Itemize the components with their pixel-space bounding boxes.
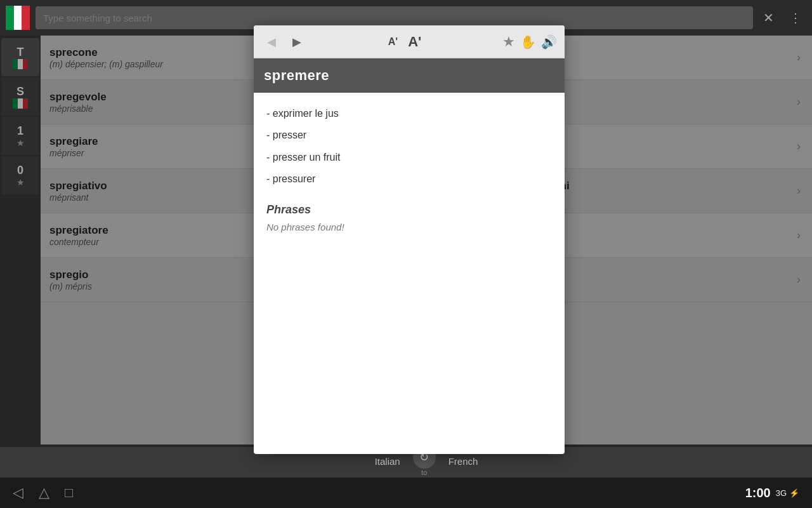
network-icon: 3G [776,488,787,498]
favorite-button[interactable]: ★ [502,34,515,50]
translation-item: - presser [266,124,552,146]
speak-button[interactable]: 🔊 [541,34,557,50]
home-nav-button[interactable]: △ [39,485,49,501]
app-logo [5,5,30,30]
detail-word-header: spremere [254,58,565,93]
tab-lang-to: French [449,456,478,467]
back-nav-button[interactable]: ◁ [13,485,23,501]
translation-item: - pressurer [266,168,552,190]
flag-icon [6,6,30,30]
nav-buttons: ◁ △ □ [13,485,73,501]
menu-button[interactable]: ⋮ [784,8,807,28]
status-right: 1:00 3G ⚡ [745,486,799,500]
battery-icon: ⚡ [789,488,799,498]
svg-rect-0 [6,6,14,30]
translation-list: - exprimer le jus- presser- presser un f… [266,103,552,190]
forward-button[interactable]: ▶ [287,32,307,52]
translation-item: - exprimer le jus [266,103,552,124]
back-button[interactable]: ◀ [261,32,282,52]
direction-label: to [421,469,427,476]
svg-rect-1 [14,6,22,30]
card-body[interactable]: - exprimer le jus- presser- presser un f… [254,93,565,454]
status-icons: 3G ⚡ [776,488,799,498]
font-decrease-button[interactable]: A' [386,35,400,49]
card-toolbar: ◀ ▶ A' A' ★ ✋ 🔊 [254,25,565,58]
recents-nav-button[interactable]: □ [65,485,73,501]
detail-card: ◀ ▶ A' A' ★ ✋ 🔊 spremere - exprimer le j… [254,25,565,454]
phrases-section-title: Phrases [266,203,552,217]
status-bar: ◁ △ □ 1:00 3G ⚡ [0,478,812,508]
clock: 1:00 [745,486,771,500]
tab-lang-from: Italian [375,456,400,467]
detail-word: spremere [264,67,329,83]
svg-rect-2 [22,6,30,30]
close-search-button[interactable]: ✕ [758,8,779,28]
no-phrases-message: No phrases found! [266,222,552,232]
translation-item: - presser un fruit [266,147,552,168]
font-increase-button[interactable]: A' [405,32,424,51]
handwriting-button[interactable]: ✋ [520,34,536,50]
